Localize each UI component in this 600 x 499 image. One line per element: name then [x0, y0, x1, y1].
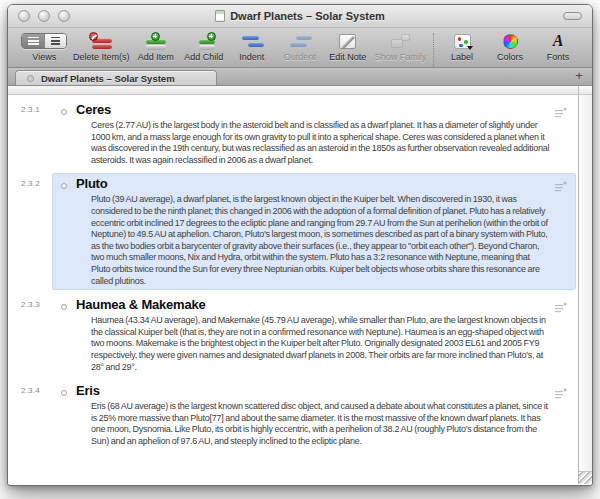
colors-label: Colors [497, 52, 523, 62]
delete-item-icon [89, 33, 113, 50]
add-child-button[interactable]: Add Child [187, 31, 221, 62]
row-title[interactable]: Haumea & Makemake [76, 297, 550, 312]
fonts-icon: A [553, 33, 564, 49]
show-family-label: Show Family [375, 52, 427, 62]
tab-label: Dwarf Planets – Solar System [41, 73, 175, 84]
toolbar-toggle-button[interactable] [563, 12, 582, 20]
row-note-text[interactable]: Pluto (39 AU average), a dwarf planet, i… [91, 194, 550, 287]
note-icon[interactable] [554, 302, 567, 313]
outline-view-icon [51, 37, 60, 46]
fonts-label: Fonts [547, 52, 570, 62]
label-label: Label [451, 52, 473, 62]
delete-item-button[interactable]: Delete Item(s) [78, 31, 125, 62]
scrollbar-corner [578, 86, 592, 94]
outline-row-ceres: 2.3.1 Ceres Ceres (2.77 AU) is the large… [8, 99, 578, 169]
indent-label: Indent [239, 52, 264, 62]
show-family-icon [391, 34, 410, 48]
outdent-label: Outdent [284, 52, 316, 62]
note-icon[interactable] [554, 181, 567, 192]
header-strip [8, 86, 592, 95]
views-segmented-control[interactable]: Views [25, 31, 64, 62]
delete-item-label: Delete Item(s) [73, 52, 130, 62]
outline-view: 2.3.1 Ceres Ceres (2.77 AU) is the large… [8, 95, 578, 484]
app-window: Dwarf Planets – Solar System Views [7, 4, 593, 486]
toolbar-separator [433, 33, 434, 67]
row-number: 2.3.3 [8, 294, 52, 376]
zoom-button[interactable] [58, 10, 70, 22]
vertical-scrollbar[interactable] [578, 95, 592, 484]
edit-note-button[interactable]: Edit Note [331, 31, 365, 62]
toolbar: Views Delete Item(s) [8, 27, 592, 68]
row-selectable-area[interactable]: Ceres Ceres (2.77 AU) is the largest bod… [52, 99, 576, 169]
resize-grip[interactable] [579, 471, 592, 484]
label-button[interactable]: Label [445, 31, 479, 62]
desktop: Dwarf Planets – Solar System Views [0, 0, 600, 499]
document-icon [215, 10, 225, 22]
content-area: 2.3.1 Ceres Ceres (2.77 AU) is the large… [8, 95, 592, 484]
outline-row-pluto: 2.3.2 Pluto Pluto (39 AU average), a dwa… [8, 173, 578, 290]
row-note-text[interactable]: Ceres (2.77 AU) is the largest body in t… [91, 120, 550, 166]
outdent-icon [288, 33, 312, 50]
list-view-icon [28, 37, 39, 46]
label-icon [454, 34, 471, 49]
bullet-icon[interactable] [61, 390, 67, 396]
row-number: 2.3.2 [8, 173, 52, 290]
fonts-button[interactable]: A Fonts [541, 31, 575, 62]
row-selectable-area[interactable]: Eris Eris (68 AU average) is the largest… [52, 380, 576, 450]
close-button[interactable] [18, 10, 30, 22]
add-item-label: Add Item [138, 52, 174, 62]
row-number: 2.3.4 [8, 380, 52, 450]
row-selectable-area[interactable]: Pluto Pluto (39 AU average), a dwarf pla… [52, 173, 576, 290]
row-title[interactable]: Pluto [76, 176, 550, 191]
add-item-icon [144, 33, 168, 50]
outline-view-button[interactable] [44, 34, 67, 48]
row-number: 2.3.1 [8, 99, 52, 169]
outline-row-haumea-makemake: 2.3.3 Haumea & Makemake Haumea (43.34 AU… [8, 294, 578, 376]
add-item-button[interactable]: Add Item [139, 31, 173, 62]
indent-button[interactable]: Indent [235, 31, 269, 62]
bullet-icon[interactable] [61, 109, 67, 115]
color-wheel-icon [503, 34, 518, 49]
titlebar[interactable]: Dwarf Planets – Solar System [8, 5, 592, 27]
outdent-button[interactable]: Outdent [283, 31, 317, 62]
add-child-label: Add Child [184, 52, 223, 62]
note-icon[interactable] [554, 388, 567, 399]
edit-note-icon [339, 34, 356, 49]
note-icon[interactable] [554, 107, 567, 118]
minimize-button[interactable] [38, 10, 50, 22]
title-area: Dwarf Planets – Solar System [215, 10, 385, 22]
row-title[interactable]: Ceres [76, 102, 550, 117]
row-note-text[interactable]: Eris (68 AU average) is the largest know… [91, 401, 550, 447]
show-family-button[interactable]: Show Family [379, 31, 422, 62]
row-selectable-area[interactable]: Haumea & Makemake Haumea (43.34 AU avera… [52, 294, 576, 376]
tab-dwarf-planets[interactable]: Dwarf Planets – Solar System [15, 70, 217, 85]
bullet-icon[interactable] [61, 304, 67, 310]
window-controls [18, 10, 70, 22]
indent-icon [240, 33, 264, 50]
tab-bar: Dwarf Planets – Solar System + [8, 68, 592, 86]
colors-button[interactable]: Colors [493, 31, 527, 62]
window-title: Dwarf Planets – Solar System [230, 10, 385, 22]
add-child-icon [192, 33, 216, 50]
bullet-icon[interactable] [61, 183, 67, 189]
row-note-text[interactable]: Haumea (43.34 AU average), and Makemake … [91, 315, 550, 373]
new-tab-button[interactable]: + [571, 68, 587, 84]
views-label: Views [32, 52, 56, 62]
list-view-button[interactable] [22, 34, 44, 48]
row-title[interactable]: Eris [76, 383, 550, 398]
tab-close-icon[interactable] [27, 75, 34, 82]
edit-note-label: Edit Note [329, 52, 366, 62]
outline-row-eris: 2.3.4 Eris Eris (68 AU average) is the l… [8, 380, 578, 450]
